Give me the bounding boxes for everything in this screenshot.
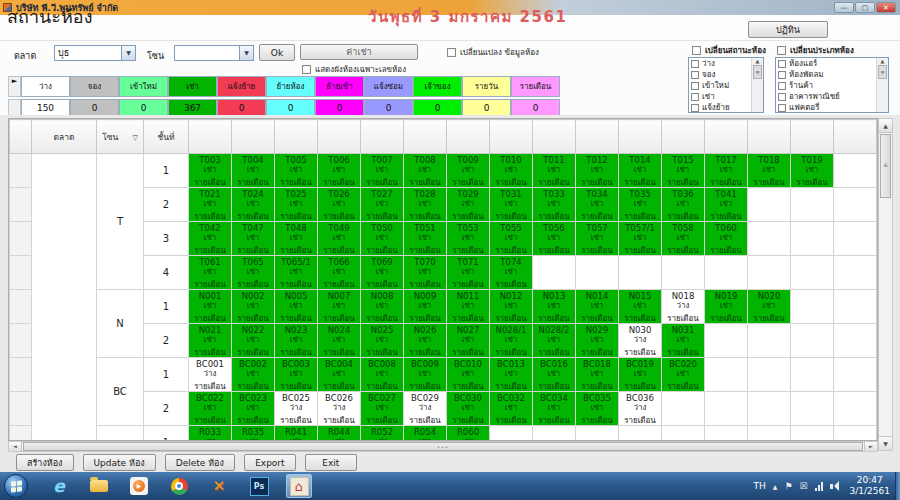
show-only-room-checkbox[interactable]: แสดงผังห้องเฉพาะเลขห้อง: [302, 63, 406, 76]
checkbox-icon[interactable]: [778, 93, 786, 101]
room-cell[interactable]: T057/1เช่ารายเดือน: [619, 222, 662, 256]
type-options-list[interactable]: ห้องแอร์ห้องพัดลมร้านค้าอาคารพาณิชย์แฟคต…: [775, 57, 889, 113]
room-cell[interactable]: T065เช่ารายเดือน: [232, 256, 275, 290]
scrollbar[interactable]: ▲≡: [876, 58, 888, 112]
room-cell[interactable]: R044เช่ารายเดือน: [318, 426, 361, 442]
room-cell[interactable]: N009เช่ารายเดือน: [404, 290, 447, 324]
room-cell[interactable]: T028เช่ารายเดือน: [404, 188, 447, 222]
room-cell[interactable]: BC030เช่ารายเดือน: [447, 392, 490, 426]
room-cell[interactable]: R054เช่ารายเดือน: [404, 426, 447, 442]
checkbox-icon[interactable]: [778, 104, 786, 112]
room-cell[interactable]: T029เช่ารายเดือน: [447, 188, 490, 222]
room-cell[interactable]: N021เช่ารายเดือน: [189, 324, 232, 358]
room-cell[interactable]: T071เช่ารายเดือน: [447, 256, 490, 290]
filter-icon[interactable]: ▽: [132, 134, 137, 142]
room-cell[interactable]: N015เช่ารายเดือน: [619, 290, 662, 324]
room-cell[interactable]: N031เช่ารายเดือน: [662, 324, 705, 358]
room-cell[interactable]: T027เช่ารายเดือน: [361, 188, 404, 222]
media-player-icon[interactable]: ▶: [126, 474, 152, 498]
room-cell[interactable]: T003เช่ารายเดือน: [189, 154, 232, 188]
room-cell[interactable]: BC018เช่ารายเดือน: [576, 358, 619, 392]
checkbox-icon[interactable]: [778, 71, 786, 79]
room-cell[interactable]: T061เช่ารายเดือน: [189, 256, 232, 290]
export-button[interactable]: Export: [244, 454, 296, 471]
show-desktop-button[interactable]: [895, 472, 900, 500]
checkbox-icon[interactable]: [778, 82, 786, 90]
action-center-icon[interactable]: ⚑: [784, 481, 792, 491]
exit-button[interactable]: Exit: [305, 454, 357, 471]
room-cell[interactable]: T041เช่ารายเดือน: [705, 188, 748, 222]
room-cell[interactable]: R041เช่ารายเดือน: [275, 426, 318, 442]
room-cell[interactable]: T056เช่ารายเดือน: [533, 222, 576, 256]
room-cell[interactable]: N029เช่ารายเดือน: [576, 324, 619, 358]
change-type-checkbox[interactable]: เปลี่ยนประเภทห้อง: [777, 44, 854, 57]
zone-dropdown[interactable]: ▼: [174, 45, 254, 61]
row-selector[interactable]: [10, 188, 32, 222]
room-cell[interactable]: R035เช่ารายเดือน: [232, 426, 275, 442]
room-cell[interactable]: N027เช่ารายเดือน: [447, 324, 490, 358]
room-cell[interactable]: N011เช่ารายเดือน: [447, 290, 490, 324]
room-cell[interactable]: T050เช่ารายเดือน: [361, 222, 404, 256]
room-cell[interactable]: T042เช่ารายเดือน: [189, 222, 232, 256]
orange-app-icon[interactable]: ✕: [206, 474, 232, 498]
room-cell[interactable]: T010เช่ารายเดือน: [490, 154, 533, 188]
room-cell[interactable]: T006เช่ารายเดือน: [318, 154, 361, 188]
room-cell[interactable]: T014เช่ารายเดือน: [619, 154, 662, 188]
horizontal-scrollbar[interactable]: ◄ ••• ►: [8, 441, 878, 452]
scroll-up-icon[interactable]: ▲: [879, 119, 892, 133]
start-button[interactable]: [4, 474, 28, 498]
row-selector[interactable]: [10, 256, 32, 290]
rent-button[interactable]: ค่าเช่า: [300, 44, 418, 60]
room-cell[interactable]: BC010เช่ารายเดือน: [447, 358, 490, 392]
row-selector[interactable]: [10, 392, 32, 426]
room-cell[interactable]: T069เช่ารายเดือน: [361, 256, 404, 290]
room-cell[interactable]: T058เช่ารายเดือน: [662, 222, 705, 256]
scroll-right-icon[interactable]: ►: [864, 442, 877, 451]
room-cell[interactable]: R033เช่ารายเดือน: [189, 426, 232, 442]
room-cell[interactable]: N025เช่ารายเดือน: [361, 324, 404, 358]
floor-header[interactable]: ชั้นที่: [144, 120, 189, 154]
scroll-left-icon[interactable]: ◄: [9, 442, 22, 451]
language-indicator[interactable]: TH: [754, 481, 766, 491]
room-cell[interactable]: T074เช่ารายเดือน: [490, 256, 533, 290]
market-header[interactable]: ตลาด: [32, 120, 97, 154]
room-cell[interactable]: BC001ว่างรายเดือน: [189, 358, 232, 392]
room-cell[interactable]: N001เช่ารายเดือน: [189, 290, 232, 324]
scroll-thumb[interactable]: •••: [23, 442, 863, 451]
room-cell[interactable]: BC029ว่างรายเดือน: [404, 392, 447, 426]
room-cell[interactable]: BC025ว่างรายเดือน: [275, 392, 318, 426]
room-cell[interactable]: T051เช่ารายเดือน: [404, 222, 447, 256]
market-dropdown[interactable]: บุธ ▼: [54, 45, 136, 61]
room-cell[interactable]: T033เช่ารายเดือน: [533, 188, 576, 222]
scroll-thumb[interactable]: ≡: [880, 134, 891, 198]
room-cell[interactable]: BC009เช่ารายเดือน: [404, 358, 447, 392]
room-cell[interactable]: BC019เช่ารายเดือน: [619, 358, 662, 392]
checkbox-icon[interactable]: [691, 82, 699, 90]
checkbox-icon[interactable]: [302, 65, 311, 74]
room-cell[interactable]: T065/1เช่ารายเดือน: [275, 256, 318, 290]
zone-header[interactable]: โซน▽: [97, 120, 144, 154]
change-data-checkbox[interactable]: เปลี่ยนแปลง ข้อมูลห้อง: [447, 46, 539, 59]
row-selector[interactable]: [10, 290, 32, 324]
room-cell[interactable]: N023เช่ารายเดือน: [275, 324, 318, 358]
calendar-button[interactable]: ปฏิทิน: [748, 21, 828, 38]
room-cell[interactable]: N014เช่ารายเดือน: [576, 290, 619, 324]
photoshop-icon[interactable]: Ps: [246, 474, 272, 498]
room-cell[interactable]: BC008เช่ารายเดือน: [361, 358, 404, 392]
room-cell[interactable]: BC036ว่างรายเดือน: [619, 392, 662, 426]
room-cell[interactable]: R052เช่ารายเดือน: [361, 426, 404, 442]
room-cell[interactable]: BC026ว่างรายเดือน: [318, 392, 361, 426]
room-cell[interactable]: N008เช่ารายเดือน: [361, 290, 404, 324]
list-option[interactable]: แฟคตอรี่: [776, 102, 888, 113]
room-cell[interactable]: T012เช่ารายเดือน: [576, 154, 619, 188]
room-cell[interactable]: N028/1เช่ารายเดือน: [490, 324, 533, 358]
room-cell[interactable]: N026เช่ารายเดือน: [404, 324, 447, 358]
room-cell[interactable]: N020เช่ารายเดือน: [748, 290, 791, 324]
room-cell[interactable]: BC022เช่ารายเดือน: [189, 392, 232, 426]
network-icon[interactable]: [815, 482, 823, 491]
room-cell[interactable]: T066เช่ารายเดือน: [318, 256, 361, 290]
row-selector[interactable]: [10, 222, 32, 256]
update-room-button[interactable]: Update ห้อง: [83, 454, 156, 471]
room-cell[interactable]: T025เช่ารายเดือน: [275, 188, 318, 222]
room-cell[interactable]: R060เช่ารายเดือน: [447, 426, 490, 442]
